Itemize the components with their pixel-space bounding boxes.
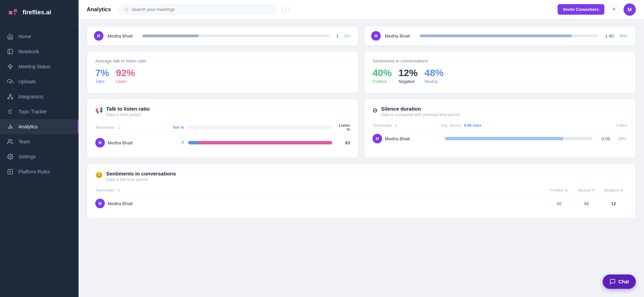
sidebar-item-home[interactable]: Home — [0, 29, 79, 44]
talk-listen-header: 📢 Talk to listen ratio Data in time peri… — [95, 106, 350, 117]
top-card-left-bar — [142, 34, 329, 37]
silence-header-text: Silence duration Data is compared with p… — [381, 106, 460, 117]
silence-header: ⊖ Silence duration Data is compared with… — [373, 106, 627, 117]
row-name-text: Medha Bhatt — [108, 140, 133, 145]
top-card-left: M Medha Bhatt 1 1%↑ — [87, 26, 359, 46]
talk-listen-icon: 📢 — [95, 107, 103, 114]
invite-coworkers-button[interactable]: Invite Coworkers — [558, 4, 604, 15]
svg-rect-1 — [9, 11, 12, 14]
avatar-top-right: M — [371, 31, 381, 41]
sentiments-table: Teammates · 1 Positive % Neutral % Negat… — [95, 187, 627, 212]
sidebar-item-uploads-label: Uploads — [18, 79, 36, 84]
silence-icon: ⊖ — [373, 107, 378, 114]
avg-talk-listen-title: Average talk to listen ratio — [95, 58, 350, 63]
search-icon — [124, 7, 129, 12]
nav-menu: Home Notebook Meeting Status Uploads Int — [0, 25, 79, 297]
sidebar-item-integrations[interactable]: Integrations — [0, 89, 79, 104]
col-listen-label: Listen % — [336, 123, 350, 131]
top-card-right: M Medha Bhatt 1:40 26%↑ — [364, 26, 636, 46]
avatar-top-left: M — [94, 31, 103, 41]
svg-line-12 — [10, 96, 12, 98]
sentiments-summary-card: Sentiments in conversations 40% Positive… — [364, 51, 636, 93]
sentiments-detail-title: Sentiments in conversations — [106, 171, 176, 176]
neutral-group: 48% Neutral — [424, 68, 444, 84]
sent-col-positive: Positive % — [545, 188, 573, 192]
team-icon — [7, 138, 14, 145]
sidebar-item-meeting-status[interactable]: Meeting Status — [0, 59, 79, 74]
top-card-right-name: Medha Bhatt — [385, 33, 416, 39]
svg-rect-4 — [8, 49, 13, 54]
logo-area[interactable]: fireflies.ai — [0, 0, 79, 25]
upload-icon — [7, 78, 14, 85]
silence-table: Teammates · 1 Avg. silence · 0:06 mins #… — [373, 122, 627, 147]
listen-value-group: 92% Listen — [116, 68, 135, 84]
row-name: M Medha Bhatt — [95, 138, 164, 147]
bar-blue-segment — [188, 141, 198, 144]
sidebar-item-platform-rules[interactable]: Platform Rules — [0, 164, 79, 179]
sidebar-item-topic-tracker[interactable]: Topic Tracker — [0, 104, 79, 119]
user-avatar[interactable]: M — [624, 3, 636, 16]
sidebar-item-team[interactable]: Team — [0, 134, 79, 149]
sentiment-values: 40% Positive 12% Negative 48% Neutral — [373, 68, 627, 84]
top-card-left-bar-fill — [142, 34, 198, 37]
silence-row-bar — [445, 137, 592, 140]
main-area: Analytics i Invite Coworkers + M M Medha… — [79, 0, 644, 297]
content-area: M Medha Bhatt 1 1%↑ M Medha Bhatt 1:40 2… — [79, 19, 644, 297]
talk-pct: 7% — [95, 68, 109, 79]
lightning-icon — [7, 63, 14, 70]
neutral-pct: 48% — [424, 68, 444, 79]
detail-cards-row: 📢 Talk to listen ratio Data in time peri… — [87, 99, 636, 158]
sent-row-negative: 12 — [600, 201, 627, 206]
top-row: M Medha Bhatt 1 1%↑ M Medha Bhatt 1:40 2… — [87, 26, 636, 46]
top-card-left-change: 1%↑ — [344, 34, 351, 38]
sent-row-avatar: M — [95, 199, 105, 208]
sidebar-item-uploads[interactable]: Uploads — [0, 74, 79, 89]
silence-row-avatar: M — [373, 134, 382, 143]
negative-label: Negative — [398, 79, 418, 84]
top-card-right-value: 1:40 — [605, 33, 614, 39]
svg-rect-0 — [7, 6, 19, 18]
search-input[interactable] — [131, 7, 271, 12]
talk-listen-table-header: Teammates · 1 Talk % Listen % — [95, 122, 350, 135]
sentiments-detail-icon: 😊 — [95, 171, 103, 179]
avg-silence-value: 0:06 mins — [464, 123, 481, 127]
rules-icon — [7, 168, 14, 175]
search-bar[interactable] — [119, 4, 276, 14]
sidebar-item-settings[interactable]: Settings — [0, 149, 79, 164]
silence-row-value: 0:06 — [597, 136, 610, 141]
topic-icon — [7, 108, 14, 115]
fireflies-logo-icon — [7, 6, 19, 18]
talk-listen-title: Talk to listen ratio — [106, 106, 150, 112]
silence-bar-fill — [445, 137, 563, 140]
integrations-icon — [7, 93, 14, 100]
sidebar-item-settings-label: Settings — [18, 154, 36, 159]
svg-line-26 — [127, 10, 128, 11]
info-icon[interactable]: i — [282, 6, 289, 13]
row-avatar: M — [95, 138, 105, 147]
sent-col-negative: Negative % — [600, 188, 627, 192]
chat-button[interactable]: Chat — [603, 274, 636, 289]
row-talk-val: 7 — [164, 140, 184, 145]
chat-bubble-icon — [610, 279, 616, 285]
svg-point-9 — [8, 98, 10, 99]
sidebar-item-notebook[interactable]: Notebook — [0, 44, 79, 59]
sidebar-item-analytics-label: Analytics — [18, 124, 38, 129]
silence-table-row: M Medha Bhatt 0:06 13%↑ — [373, 130, 627, 147]
sidebar-item-analytics[interactable]: Analytics — [0, 119, 79, 134]
silence-title: Silence duration — [381, 106, 460, 112]
header: Analytics i Invite Coworkers + M — [79, 0, 644, 19]
top-card-left-name: Medha Bhatt — [108, 33, 138, 39]
svg-point-8 — [10, 94, 11, 96]
add-button[interactable]: + — [608, 4, 619, 15]
sentiments-table-header: Teammates · 1 Positive % Neutral % Negat… — [95, 187, 627, 195]
silence-section: ⊖ Silence duration Data is compared with… — [364, 99, 636, 158]
analytics-icon — [7, 123, 14, 130]
sent-row-name-text: Medha Bhatt — [108, 201, 133, 206]
svg-point-10 — [11, 98, 13, 99]
sidebar: fireflies.ai Home Notebook Meeting Statu… — [0, 0, 79, 297]
negative-pct: 12% — [398, 68, 418, 79]
sidebar-item-home-label: Home — [18, 34, 31, 39]
neutral-label: Neutral — [424, 79, 444, 84]
sent-row-neutral: 48 — [573, 201, 600, 206]
home-icon — [7, 33, 14, 40]
